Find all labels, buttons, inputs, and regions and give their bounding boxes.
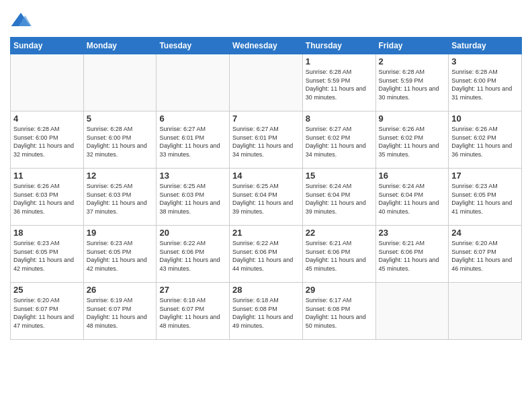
day-number: 12: [87, 171, 154, 181]
calendar-cell: 1Sunrise: 6:28 AM Sunset: 5:59 PM Daylig…: [302, 54, 375, 111]
day-info: Sunrise: 6:28 AM Sunset: 6:00 PM Dayligh…: [87, 125, 154, 158]
day-info: Sunrise: 6:17 AM Sunset: 6:08 PM Dayligh…: [306, 296, 373, 330]
day-number: 6: [159, 113, 226, 124]
week-row-3: 18Sunrise: 6:23 AM Sunset: 6:05 PM Dayli…: [11, 226, 522, 283]
day-number: 9: [379, 113, 446, 124]
day-info: Sunrise: 6:21 AM Sunset: 6:06 PM Dayligh…: [306, 239, 373, 273]
day-number: 20: [159, 228, 226, 238]
day-info: Sunrise: 6:22 AM Sunset: 6:06 PM Dayligh…: [232, 239, 300, 273]
day-info: Sunrise: 6:20 AM Sunset: 6:07 PM Dayligh…: [13, 296, 81, 330]
day-info: Sunrise: 6:25 AM Sunset: 6:04 PM Dayligh…: [232, 182, 300, 216]
calendar-cell: 18Sunrise: 6:23 AM Sunset: 6:05 PM Dayli…: [11, 226, 84, 283]
calendar-cell: 23Sunrise: 6:21 AM Sunset: 6:06 PM Dayli…: [375, 226, 449, 283]
header-saturday: Saturday: [449, 38, 522, 54]
day-info: Sunrise: 6:28 AM Sunset: 6:00 PM Dayligh…: [13, 125, 81, 158]
day-number: 11: [13, 171, 81, 181]
day-info: Sunrise: 6:18 AM Sunset: 6:07 PM Dayligh…: [159, 296, 226, 330]
header-friday: Friday: [375, 38, 449, 54]
header-sunday: Sunday: [11, 38, 84, 54]
logo-icon: [10, 10, 32, 32]
day-number: 19: [87, 228, 154, 238]
day-number: 4: [13, 113, 81, 124]
calendar-cell: 2Sunrise: 6:28 AM Sunset: 5:59 PM Daylig…: [375, 54, 449, 111]
calendar-cell: 4Sunrise: 6:28 AM Sunset: 6:00 PM Daylig…: [11, 111, 84, 169]
day-info: Sunrise: 6:27 AM Sunset: 6:02 PM Dayligh…: [306, 125, 373, 158]
calendar-cell: 25Sunrise: 6:20 AM Sunset: 6:07 PM Dayli…: [11, 283, 84, 340]
calendar-cell: 22Sunrise: 6:21 AM Sunset: 6:06 PM Dayli…: [302, 226, 375, 283]
calendar-cell: 7Sunrise: 6:27 AM Sunset: 6:01 PM Daylig…: [230, 111, 303, 169]
day-info: Sunrise: 6:25 AM Sunset: 6:03 PM Dayligh…: [87, 182, 154, 216]
day-number: 24: [451, 228, 519, 238]
calendar-cell: 8Sunrise: 6:27 AM Sunset: 6:02 PM Daylig…: [302, 111, 375, 169]
week-row-4: 25Sunrise: 6:20 AM Sunset: 6:07 PM Dayli…: [11, 283, 522, 340]
day-number: 7: [232, 113, 300, 124]
calendar-table: SundayMondayTuesdayWednesdayThursdayFrid…: [10, 37, 522, 340]
calendar-cell: 21Sunrise: 6:22 AM Sunset: 6:06 PM Dayli…: [230, 226, 303, 283]
calendar-body: 1Sunrise: 6:28 AM Sunset: 5:59 PM Daylig…: [11, 54, 522, 340]
calendar-cell: 26Sunrise: 6:19 AM Sunset: 6:07 PM Dayli…: [83, 283, 157, 340]
day-number: 18: [13, 228, 81, 238]
day-info: Sunrise: 6:26 AM Sunset: 6:02 PM Dayligh…: [451, 125, 519, 158]
calendar-cell: [449, 283, 522, 340]
calendar-cell: [375, 283, 449, 340]
calendar-cell: 15Sunrise: 6:24 AM Sunset: 6:04 PM Dayli…: [302, 169, 375, 226]
header-row: SundayMondayTuesdayWednesdayThursdayFrid…: [11, 38, 522, 54]
day-number: 26: [87, 285, 154, 295]
day-number: 8: [306, 113, 373, 124]
day-info: Sunrise: 6:26 AM Sunset: 6:03 PM Dayligh…: [13, 182, 81, 216]
calendar-cell: 17Sunrise: 6:23 AM Sunset: 6:05 PM Dayli…: [449, 169, 522, 226]
calendar-cell: 27Sunrise: 6:18 AM Sunset: 6:07 PM Dayli…: [157, 283, 230, 340]
calendar-cell: 12Sunrise: 6:25 AM Sunset: 6:03 PM Dayli…: [83, 169, 157, 226]
day-number: 10: [451, 113, 519, 124]
calendar-cell: 24Sunrise: 6:20 AM Sunset: 6:07 PM Dayli…: [449, 226, 522, 283]
day-number: 23: [379, 228, 446, 238]
calendar-cell: [157, 54, 230, 111]
calendar-cell: [11, 54, 84, 111]
calendar-cell: 29Sunrise: 6:17 AM Sunset: 6:08 PM Dayli…: [302, 283, 375, 340]
week-row-1: 4Sunrise: 6:28 AM Sunset: 6:00 PM Daylig…: [11, 111, 522, 169]
day-info: Sunrise: 6:24 AM Sunset: 6:04 PM Dayligh…: [379, 182, 446, 216]
day-number: 29: [306, 285, 373, 295]
page-header: [10, 7, 522, 32]
day-info: Sunrise: 6:19 AM Sunset: 6:07 PM Dayligh…: [87, 296, 154, 330]
header-thursday: Thursday: [302, 38, 375, 54]
calendar-cell: 14Sunrise: 6:25 AM Sunset: 6:04 PM Dayli…: [230, 169, 303, 226]
day-info: Sunrise: 6:28 AM Sunset: 5:59 PM Dayligh…: [379, 68, 446, 101]
day-number: 14: [232, 171, 300, 181]
day-number: 5: [87, 113, 154, 124]
day-info: Sunrise: 6:23 AM Sunset: 6:05 PM Dayligh…: [13, 239, 81, 273]
day-number: 22: [306, 228, 373, 238]
day-number: 2: [379, 56, 446, 66]
calendar-cell: 3Sunrise: 6:28 AM Sunset: 6:00 PM Daylig…: [449, 54, 522, 111]
calendar-cell: 9Sunrise: 6:26 AM Sunset: 6:02 PM Daylig…: [375, 111, 449, 169]
day-info: Sunrise: 6:27 AM Sunset: 6:01 PM Dayligh…: [232, 125, 300, 158]
calendar-cell: [230, 54, 303, 111]
day-info: Sunrise: 6:27 AM Sunset: 6:01 PM Dayligh…: [159, 125, 226, 158]
calendar-cell: 10Sunrise: 6:26 AM Sunset: 6:02 PM Dayli…: [449, 111, 522, 169]
day-info: Sunrise: 6:23 AM Sunset: 6:05 PM Dayligh…: [87, 239, 154, 273]
calendar-header: SundayMondayTuesdayWednesdayThursdayFrid…: [11, 38, 522, 54]
day-info: Sunrise: 6:26 AM Sunset: 6:02 PM Dayligh…: [379, 125, 446, 158]
day-info: Sunrise: 6:18 AM Sunset: 6:08 PM Dayligh…: [232, 296, 300, 330]
calendar-cell: 6Sunrise: 6:27 AM Sunset: 6:01 PM Daylig…: [157, 111, 230, 169]
day-number: 16: [379, 171, 446, 181]
day-info: Sunrise: 6:23 AM Sunset: 6:05 PM Dayligh…: [451, 182, 519, 216]
week-row-2: 11Sunrise: 6:26 AM Sunset: 6:03 PM Dayli…: [11, 169, 522, 226]
day-number: 17: [451, 171, 519, 181]
day-number: 15: [306, 171, 373, 181]
day-number: 21: [232, 228, 300, 238]
day-number: 13: [159, 171, 226, 181]
calendar-cell: 5Sunrise: 6:28 AM Sunset: 6:00 PM Daylig…: [83, 111, 157, 169]
header-tuesday: Tuesday: [157, 38, 230, 54]
calendar-cell: [83, 54, 157, 111]
calendar-cell: 13Sunrise: 6:25 AM Sunset: 6:03 PM Dayli…: [157, 169, 230, 226]
day-info: Sunrise: 6:20 AM Sunset: 6:07 PM Dayligh…: [451, 239, 519, 273]
header-monday: Monday: [83, 38, 157, 54]
calendar-cell: 19Sunrise: 6:23 AM Sunset: 6:05 PM Dayli…: [83, 226, 157, 283]
calendar-cell: 11Sunrise: 6:26 AM Sunset: 6:03 PM Dayli…: [11, 169, 84, 226]
calendar-cell: 20Sunrise: 6:22 AM Sunset: 6:06 PM Dayli…: [157, 226, 230, 283]
day-info: Sunrise: 6:25 AM Sunset: 6:03 PM Dayligh…: [159, 182, 226, 216]
day-number: 27: [159, 285, 226, 295]
week-row-0: 1Sunrise: 6:28 AM Sunset: 5:59 PM Daylig…: [11, 54, 522, 111]
logo: [10, 10, 34, 32]
